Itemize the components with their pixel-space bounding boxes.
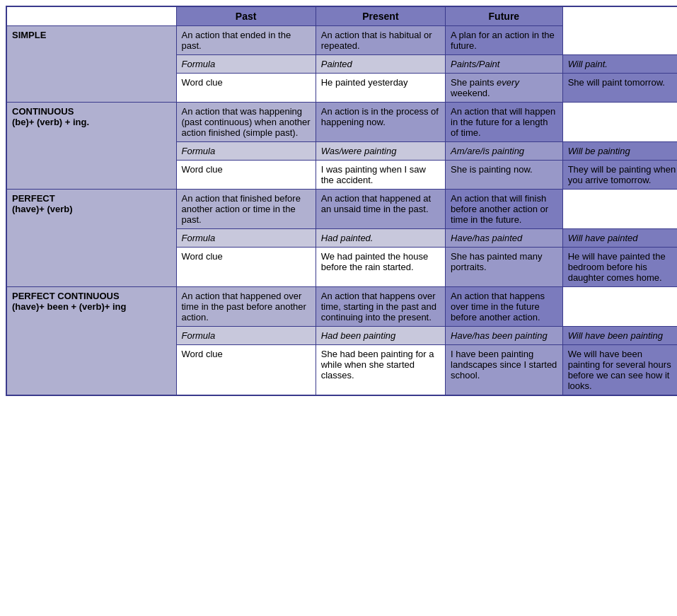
wordclue-label-perfect-continuous: Word clue: [176, 345, 316, 396]
wordclue-past-perfect-continuous: She had been painting for a while when s…: [316, 345, 445, 396]
wordclue-present-simple: She paints every weekend.: [446, 74, 563, 103]
formula-future-continuous: Will be painting: [562, 142, 677, 161]
header-past: Past: [176, 6, 316, 26]
def-present-continuous: An action is in the process of happening…: [316, 103, 445, 142]
formula-past-perfect-continuous: Had been painting: [316, 327, 445, 345]
main-table: Past Present Future SIMPLEAn action that…: [6, 6, 677, 396]
def-future-perfect-continuous: An action that happens over time in the …: [446, 287, 563, 327]
category-cell-perfect-continuous: PERFECT CONTINUOUS(have)+ been + (verb)+…: [6, 287, 176, 396]
def-present-perfect-continuous: An action that happens over time, starti…: [316, 287, 445, 327]
wordclue-present-perfect-continuous: I have been painting landscapes since I …: [446, 345, 563, 396]
formula-present-perfect: Have/has painted: [446, 229, 563, 248]
wordclue-label-perfect: Word clue: [176, 248, 316, 287]
wordclue-present-perfect: She has painted many portraits.: [446, 248, 563, 287]
formula-future-perfect: Will have painted: [562, 229, 677, 248]
wordclue-present-continuous: She is painting now.: [446, 161, 563, 190]
wordclue-past-perfect: We had painted the house before the rain…: [316, 248, 445, 287]
def-future-perfect: An action that will finish before anothe…: [446, 190, 563, 229]
formula-past-continuous: Was/were painting: [316, 142, 445, 161]
wordclue-label-simple: Word clue: [176, 74, 316, 103]
def-future-simple: A plan for an action in the future.: [446, 26, 563, 55]
formula-present-perfect-continuous: Have/has been painting: [446, 327, 563, 345]
def-present-perfect: An action that happened at an unsaid tim…: [316, 190, 445, 229]
def-past-perfect-continuous: An action that happened over time in the…: [176, 287, 316, 327]
category-row-perfect: PERFECT(have)+ (verb)An action that fini…: [6, 190, 677, 229]
formula-past-simple: Painted: [316, 55, 445, 74]
def-future-continuous: An action that will happen in the future…: [446, 103, 563, 142]
header-row: Past Present Future: [6, 6, 677, 26]
formula-label-simple: Formula: [176, 55, 316, 74]
category-cell-simple: SIMPLE: [6, 26, 176, 103]
formula-future-perfect-continuous: Will have been painting: [562, 327, 677, 345]
wordclue-past-continuous: I was painting when I saw the accident.: [316, 161, 445, 190]
header-present: Present: [316, 6, 445, 26]
formula-label-perfect-continuous: Formula: [176, 327, 316, 345]
def-past-perfect: An action that finished before another a…: [176, 190, 316, 229]
category-cell-continuous: CONTINUOUS(be)+ (verb) + ing.: [6, 103, 176, 190]
wordclue-future-perfect: He will have painted the bedroom before …: [562, 248, 677, 287]
formula-future-simple: Will paint.: [562, 55, 677, 74]
category-row-continuous: CONTINUOUS(be)+ (verb) + ing.An action t…: [6, 103, 677, 142]
wordclue-future-simple: She will paint tomorrow.: [562, 74, 677, 103]
def-past-simple: An action that ended in the past.: [176, 26, 316, 55]
def-present-simple: An action that is habitual or repeated.: [316, 26, 445, 55]
category-cell-perfect: PERFECT(have)+ (verb): [6, 190, 176, 287]
wordclue-future-perfect-continuous: We will have been painting for several h…: [562, 345, 677, 396]
category-row-simple: SIMPLEAn action that ended in the past.A…: [6, 26, 677, 55]
def-past-continuous: An action that was happening (past conti…: [176, 103, 316, 142]
category-row-perfect-continuous: PERFECT CONTINUOUS(have)+ been + (verb)+…: [6, 287, 677, 327]
header-col0: [6, 6, 176, 26]
formula-present-continuous: Am/are/is painting: [446, 142, 563, 161]
formula-past-perfect: Had painted.: [316, 229, 445, 248]
wordclue-label-continuous: Word clue: [176, 161, 316, 190]
wordclue-past-simple: He painted yesterday: [316, 74, 445, 103]
wordclue-future-continuous: They will be painting when you arrive to…: [562, 161, 677, 190]
header-future: Future: [446, 6, 563, 26]
formula-present-simple: Paints/Paint: [446, 55, 563, 74]
formula-label-continuous: Formula: [176, 142, 316, 161]
formula-label-perfect: Formula: [176, 229, 316, 248]
